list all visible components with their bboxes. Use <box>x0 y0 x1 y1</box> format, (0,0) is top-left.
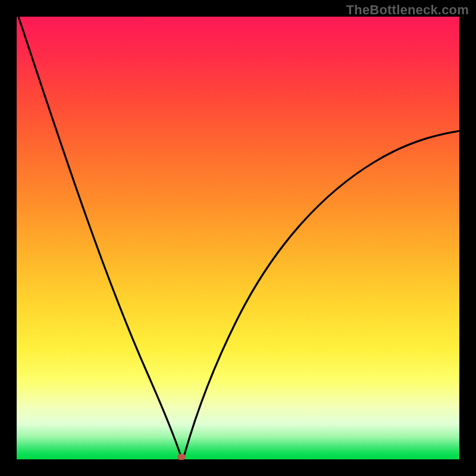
plot-area <box>17 17 459 459</box>
curve-right-branch <box>183 131 459 459</box>
watermark-text: TheBottleneck.com <box>346 2 469 18</box>
chart-frame: TheBottleneck.com <box>0 0 476 476</box>
curve-left-branch <box>18 17 181 458</box>
minimum-marker <box>177 454 186 460</box>
bottleneck-curve <box>17 17 459 459</box>
